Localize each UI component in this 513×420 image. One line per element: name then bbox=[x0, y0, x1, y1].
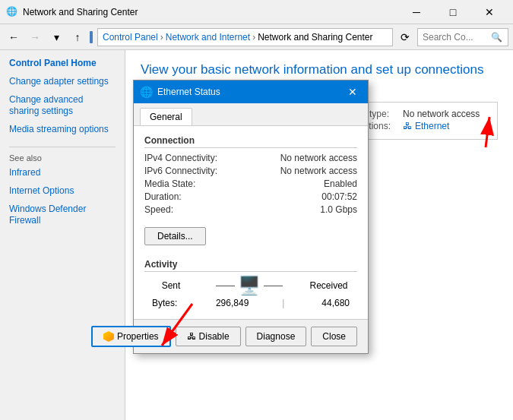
title-bar: 🌐 Network and Sharing Center ─ □ ✕ bbox=[0, 0, 513, 24]
media-state-value: Enabled bbox=[324, 178, 357, 189]
ethernet-link[interactable]: Ethernet bbox=[415, 121, 449, 131]
breadcrumb-network-internet[interactable]: Network and Internet bbox=[166, 32, 250, 43]
breadcrumb-control-panel[interactable]: Control Panel bbox=[103, 32, 158, 43]
page-title: View your basic network information and … bbox=[141, 62, 498, 77]
sent-label: Sent bbox=[152, 280, 190, 291]
speed-value: 1.0 Gbps bbox=[320, 204, 357, 215]
recent-locations-button[interactable]: ▾ bbox=[47, 28, 65, 46]
properties-label: Properties bbox=[117, 331, 159, 342]
ethernet-icon: 🖧 bbox=[403, 121, 412, 131]
sidebar-adapter-settings[interactable]: Change adapter settings bbox=[9, 76, 116, 88]
dialog-body: Connection IPv4 Connectivity: No network… bbox=[134, 126, 368, 319]
breadcrumb-current: Network and Sharing Center bbox=[258, 32, 372, 43]
dialog-close-icon-button[interactable]: ✕ bbox=[344, 84, 362, 100]
ipv6-value: No network access bbox=[280, 166, 357, 176]
forward-button[interactable]: → bbox=[26, 28, 44, 46]
sidebar-firewall[interactable]: Windows Defender Firewall bbox=[9, 204, 116, 227]
tab-general[interactable]: General bbox=[140, 108, 192, 125]
disable-icon: 🖧 bbox=[187, 331, 196, 342]
connection-section-title: Connection bbox=[144, 135, 357, 148]
dialog-title-text: Ethernet Status bbox=[157, 87, 339, 97]
dialog-title-icon: 🌐 bbox=[140, 86, 153, 98]
minimize-button[interactable]: ─ bbox=[399, 2, 434, 22]
sidebar-advanced-sharing[interactable]: Change advanced sharing settings bbox=[9, 94, 116, 118]
bytes-sent: 296,849 bbox=[206, 298, 259, 308]
disable-button[interactable]: 🖧 Disable bbox=[176, 327, 241, 346]
close-dialog-button[interactable]: Close bbox=[311, 327, 357, 346]
received-label: Received bbox=[308, 280, 350, 291]
dialog-footer: Properties 🖧 Disable Diagnose Close bbox=[134, 319, 368, 353]
search-input[interactable] bbox=[423, 32, 491, 43]
ethernet-status-dialog: 🌐 Ethernet Status ✕ General Connection I… bbox=[133, 80, 369, 354]
properties-button[interactable]: Properties bbox=[91, 326, 171, 347]
see-also-label: See also bbox=[9, 153, 116, 163]
duration-row: Duration: 00:07:52 bbox=[144, 191, 357, 202]
refresh-button[interactable]: ⟳ bbox=[396, 28, 414, 46]
speed-row: Speed: 1.0 Gbps bbox=[144, 204, 357, 215]
line-received-right bbox=[264, 286, 283, 286]
speed-label: Speed: bbox=[144, 204, 173, 215]
line-sent-left bbox=[216, 286, 235, 286]
sidebar-media-streaming[interactable]: Media streaming options bbox=[9, 124, 116, 136]
search-box: 🔍 bbox=[417, 28, 508, 46]
duration-label: Duration: bbox=[144, 191, 182, 202]
sidebar-infrared[interactable]: Infrared bbox=[9, 167, 116, 179]
bytes-received: 44,680 bbox=[308, 298, 350, 308]
sidebar-internet-options[interactable]: Internet Options bbox=[9, 185, 116, 197]
ipv6-label: IPv6 Connectivity: bbox=[144, 166, 217, 176]
access-type-value: No network access bbox=[403, 109, 480, 119]
close-window-button[interactable]: ✕ bbox=[472, 2, 507, 22]
dialog-title-bar: 🌐 Ethernet Status ✕ bbox=[134, 81, 368, 103]
title-bar-title: Network and Sharing Center bbox=[23, 7, 399, 17]
shield-properties-icon bbox=[103, 331, 114, 342]
breadcrumb-bar: Control Panel › Network and Internet › N… bbox=[97, 28, 393, 46]
ipv4-row: IPv4 Connectivity: No network access bbox=[144, 153, 357, 163]
diagnose-label: Diagnose bbox=[257, 331, 296, 342]
bytes-divider: | bbox=[282, 298, 284, 308]
title-bar-icon: 🌐 bbox=[6, 6, 18, 18]
connections-value[interactable]: 🖧 Ethernet bbox=[403, 121, 449, 131]
disable-label: Disable bbox=[199, 331, 230, 342]
details-button[interactable]: Details... bbox=[144, 227, 206, 245]
media-state-row: Media State: Enabled bbox=[144, 178, 357, 189]
computer-icon: 🖥️ bbox=[238, 276, 261, 295]
diagnose-button[interactable]: Diagnose bbox=[245, 327, 307, 346]
sidebar-divider bbox=[9, 147, 116, 147]
up-button[interactable]: ↑ bbox=[68, 28, 87, 46]
search-icon: 🔍 bbox=[491, 32, 502, 43]
ipv4-value: No network access bbox=[280, 153, 357, 163]
title-bar-controls: ─ □ ✕ bbox=[399, 2, 507, 22]
sidebar-home-link[interactable]: Control Panel Home bbox=[9, 58, 116, 68]
dialog-tabs: General bbox=[134, 103, 368, 126]
duration-value: 00:07:52 bbox=[321, 191, 357, 202]
maximize-button[interactable]: □ bbox=[435, 2, 470, 22]
address-bar: ← → ▾ ↑ Control Panel › Network and Inte… bbox=[0, 24, 513, 50]
ipv4-label: IPv4 Connectivity: bbox=[144, 153, 217, 163]
back-button[interactable]: ← bbox=[5, 28, 23, 46]
media-state-label: Media State: bbox=[144, 178, 195, 189]
activity-diagram: 🖥️ bbox=[216, 276, 283, 295]
activity-section-title: Activity bbox=[144, 259, 357, 272]
activity-section: Activity Sent 🖥️ Received Bytes: 296,849… bbox=[144, 259, 357, 308]
ipv6-row: IPv6 Connectivity: No network access bbox=[144, 166, 357, 176]
bytes-label: Bytes: bbox=[152, 298, 182, 308]
sidebar: Control Panel Home Change adapter settin… bbox=[0, 50, 125, 420]
